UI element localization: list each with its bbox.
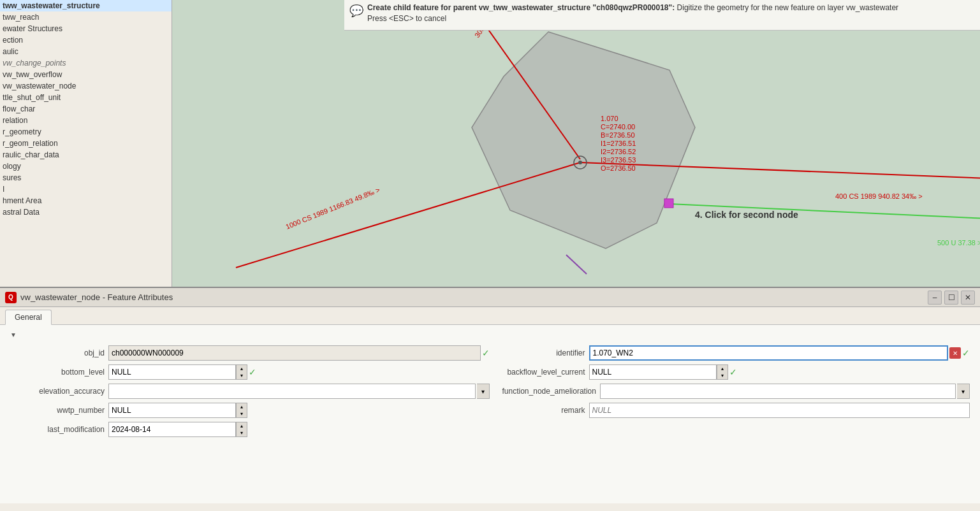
function-node-dropdown-arrow[interactable]: ▾ — [957, 384, 970, 399]
dialog-title: vw_wastewater_node - Feature Attributes — [20, 292, 928, 302]
backflow-level-field: ▴ ▾ ✓ — [589, 364, 970, 380]
feature-attributes-dialog: Q vw_wastewater_node - Feature Attribute… — [0, 287, 980, 511]
backflow-level-check-icon: ✓ — [729, 367, 737, 377]
wwtp-up[interactable]: ▴ — [237, 403, 247, 410]
elevation-accuracy-label: elevation_accuracy — [22, 387, 105, 396]
backflow-level-row: backflow_level_current ▴ ▾ ✓ — [502, 364, 970, 380]
form-left-column: obj_id ✓ bottom_level ▴ ▾ — [22, 345, 490, 437]
sidebar-item-14[interactable]: ology — [0, 161, 172, 172]
bottom-level-field: ▴ ▾ ✓ — [108, 364, 490, 380]
sidebar-item-7[interactable]: vw_wastewater_node — [0, 80, 172, 92]
obj-id-row: obj_id ✓ — [22, 345, 490, 361]
wwtp-number-row: wwtp_number ▴ ▾ — [22, 403, 490, 418]
instruction-text-container: Create child feature for parent vw_tww_w… — [367, 3, 898, 24]
remark-row: remark — [502, 403, 970, 418]
sidebar-item-13[interactable]: raulic_char_data — [0, 149, 172, 161]
map-svg[interactable]: 300 PVC 1989 76.7 2.3‰ 1000 CS 1989 1166… — [172, 0, 980, 287]
last-modification-label: last_modification — [22, 425, 105, 434]
wwtp-down[interactable]: ▾ — [237, 410, 247, 417]
identifier-check-icon: ✓ — [962, 348, 970, 358]
elevation-accuracy-dropdown-arrow[interactable]: ▾ — [477, 384, 490, 399]
remark-input[interactable] — [589, 403, 970, 418]
identifier-label: identifier — [502, 349, 585, 357]
node-dot — [578, 161, 582, 164]
wwtp-number-input-group: ▴ ▾ — [108, 403, 247, 418]
last-modification-input-group: ▴ ▾ — [108, 422, 247, 437]
sidebar-item-3[interactable]: ection — [0, 34, 172, 46]
sidebar-item-6[interactable]: vw_tww_overflow — [0, 69, 172, 80]
remark-label: remark — [502, 406, 585, 415]
function-node-label: function_node_amelioration — [502, 387, 596, 396]
sidebar-item-5[interactable]: vw_change_points — [0, 57, 172, 69]
layer-panel: tww_wastewater_structuretww_reachewater … — [0, 0, 172, 287]
maximize-button[interactable]: ☐ — [944, 291, 958, 305]
elevation-accuracy-field: ▾ — [108, 384, 490, 399]
sidebar-item-9[interactable]: flow_char — [0, 103, 172, 115]
bottom-level-input-group: ▴ ▾ — [108, 364, 247, 380]
function-node-row: function_node_amelioration ▾ — [502, 384, 970, 399]
function-node-field: ▾ — [600, 384, 970, 399]
sidebar-item-8[interactable]: ttle_shut_off_unit — [0, 92, 172, 103]
sidebar-item-1[interactable]: tww_reach — [0, 11, 172, 23]
last-mod-up[interactable]: ▴ — [237, 422, 247, 429]
backflow-down[interactable]: ▾ — [717, 372, 728, 379]
obj-id-label: obj_id — [22, 349, 105, 357]
wwtp-number-field: ▴ ▾ — [108, 403, 490, 418]
form-grid: obj_id ✓ bottom_level ▴ ▾ — [22, 345, 970, 437]
sidebar-item-16[interactable]: I — [0, 184, 172, 195]
backflow-level-label: backflow_level_current — [502, 368, 585, 377]
identifier-clear-button[interactable]: ✕ — [949, 347, 961, 359]
second-node-marker — [664, 199, 673, 208]
bottom-level-label: bottom_level — [22, 368, 105, 377]
instruction-main-text: Create child feature for parent vw_tww_w… — [367, 3, 898, 13]
last-modification-spinner[interactable]: ▴ ▾ — [236, 422, 247, 437]
backflow-level-spinner[interactable]: ▴ ▾ — [717, 364, 728, 380]
node-info-text: 1.070 C=2740.00 B=2736.50 I1=2736.51 I2=… — [601, 115, 638, 172]
last-modification-input[interactable] — [108, 422, 236, 437]
sidebar-item-15[interactable]: sures — [0, 172, 172, 184]
last-mod-down[interactable]: ▾ — [237, 429, 247, 436]
sidebar-item-10[interactable]: relation — [0, 115, 172, 126]
wwtp-number-input[interactable] — [108, 403, 236, 418]
wwtp-number-spinner[interactable]: ▴ ▾ — [236, 403, 247, 418]
sidebar-items-container: tww_wastewater_structuretww_reachewater … — [0, 0, 172, 218]
sidebar-item-17[interactable]: hment Area — [0, 195, 172, 206]
tab-general[interactable]: General — [5, 310, 52, 325]
identifier-row: identifier ✕ ✓ — [502, 345, 970, 361]
function-node-select[interactable] — [600, 384, 956, 399]
bottom-level-check-icon: ✓ — [249, 367, 256, 377]
map-canvas-area[interactable]: 💬 Create child feature for parent vw_tww… — [172, 0, 980, 287]
map-polygon — [472, 32, 695, 248]
obj-id-input[interactable] — [108, 345, 481, 361]
elevation-accuracy-row: elevation_accuracy ▾ — [22, 384, 490, 399]
minimize-button[interactable]: – — [928, 291, 942, 305]
sidebar-item-18[interactable]: astral Data — [0, 206, 172, 218]
sidebar-item-11[interactable]: r_geometry — [0, 126, 172, 138]
last-modification-field: ▴ ▾ — [108, 422, 490, 437]
instruction-bold: Create child feature for parent vw_tww_w… — [367, 3, 677, 12]
bottom-level-down[interactable]: ▾ — [237, 372, 247, 379]
bottom-level-spinner[interactable]: ▴ ▾ — [236, 364, 247, 380]
backflow-level-input[interactable] — [589, 364, 717, 380]
backflow-up[interactable]: ▴ — [717, 365, 728, 372]
speech-bubble-icon: 💬 — [349, 4, 363, 18]
sidebar-item-4[interactable]: aulic — [0, 46, 172, 57]
cs400-label-text: 400 CS 1989 940.82 34‰ > — [835, 192, 923, 200]
obj-id-check-icon: ✓ — [482, 348, 490, 358]
close-button[interactable]: ✕ — [961, 291, 975, 305]
bottom-level-input[interactable] — [108, 364, 236, 380]
elevation-accuracy-select[interactable] — [108, 384, 476, 399]
window-controls: – ☐ ✕ — [928, 291, 975, 305]
remark-field — [589, 403, 970, 418]
backflow-level-input-group: ▴ ▾ — [589, 364, 728, 380]
purple-line — [566, 255, 587, 274]
form-section-header: ▼ — [10, 331, 970, 340]
sidebar-item-12[interactable]: r_geom_relation — [0, 138, 172, 149]
sidebar-item-0[interactable]: tww_wastewater_structure — [0, 0, 172, 11]
bottom-level-up[interactable]: ▴ — [237, 365, 247, 372]
instruction-bar: 💬 Create child feature for parent vw_tww… — [344, 0, 980, 31]
sidebar-item-2[interactable]: ewater Structures — [0, 23, 172, 34]
click-prompt-text: 4. Click for second node — [695, 210, 798, 220]
collapse-arrow-icon[interactable]: ▼ — [10, 331, 19, 340]
identifier-input[interactable] — [589, 345, 949, 361]
